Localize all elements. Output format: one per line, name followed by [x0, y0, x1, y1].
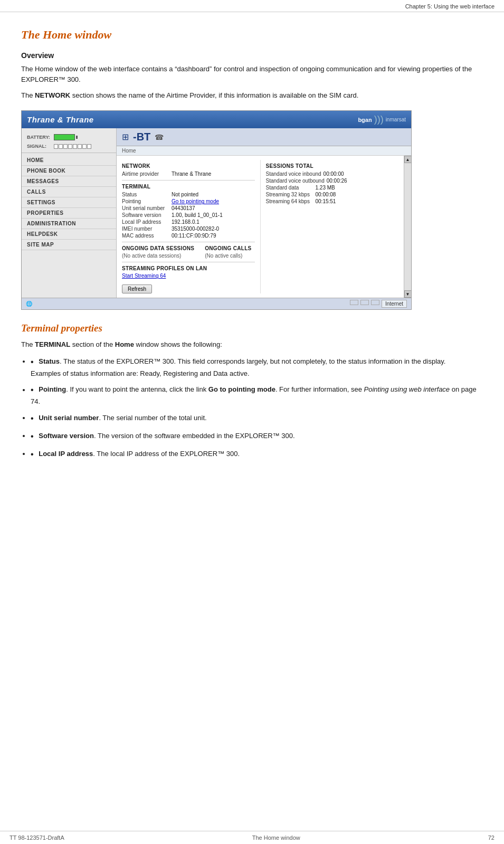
- page-header: Chapter 5: Using the web interface: [0, 0, 504, 12]
- section-main-title: The Home window: [21, 28, 483, 42]
- ss-battery-bar: [54, 134, 75, 140]
- ss-s64-label: Streaming 64 kbps: [266, 198, 313, 204]
- ss-s32-label: Streaming 32 kbps: [266, 192, 313, 197]
- overview-title: Overview: [21, 51, 483, 60]
- ss-localip-row: Local IP address 192.168.0.1: [122, 219, 255, 225]
- ss-col-right: SESSIONS TOTAL Standard voice inbound 00…: [260, 160, 399, 293]
- ss-main-header: ⊞ -BT ☎: [117, 128, 411, 146]
- ss-topbar: Thrane & Thrane bgan ))) inmarsat: [22, 111, 411, 128]
- ss-battery-label: BATTERY:: [27, 135, 51, 140]
- ss-signal-box-3: [63, 144, 68, 149]
- ss-terminal-label: TERMINAL: [122, 184, 255, 189]
- ss-signal-label: SIGNAL:: [27, 144, 51, 149]
- ss-signal-box-4: [68, 144, 72, 149]
- ss-divider-terminal: [122, 242, 255, 242]
- ss-bgan-label: bgan: [358, 117, 372, 123]
- ss-airtime-row: Airtime provider Thrane & Thrane: [122, 171, 255, 177]
- ss-progress-area: Internet: [350, 300, 407, 308]
- screenshot-container: Thrane & Thrane bgan ))) inmarsat BATTER…: [21, 110, 412, 310]
- ss-s32-value: 00:00:08: [316, 192, 336, 197]
- terminal-props-intro: The TERMINAL section of the Home window …: [21, 339, 483, 350]
- ss-pointing-row: Pointing Go to pointing mode: [122, 198, 255, 204]
- ss-svi-value: 00:00:00: [324, 171, 344, 177]
- ss-phone-icon: ☎: [155, 133, 164, 141]
- ss-pointing-label: Pointing: [122, 198, 169, 204]
- ss-nav-calls[interactable]: CALLS: [22, 187, 116, 197]
- ss-nav-properties[interactable]: PROPERTIES: [22, 208, 116, 219]
- ss-imei-row: IMEI number 35315000-000282-0: [122, 226, 255, 232]
- ss-sd-row: Standard data 1.23 MB: [266, 185, 399, 191]
- ss-scrollbar[interactable]: ▲ ▼: [404, 156, 411, 298]
- ss-nav: BATTERY: SIGNAL:: [22, 128, 117, 298]
- ss-nav-phonebook[interactable]: PHONE BOOK: [22, 166, 116, 176]
- ss-nav-admin[interactable]: ADMINISTRATION: [22, 219, 116, 229]
- ss-signal-box-2: [59, 144, 63, 149]
- ss-serial-label: Unit serial number: [122, 205, 169, 211]
- ss-refresh-button[interactable]: Refresh: [122, 285, 152, 293]
- ss-breadcrumb: Home: [117, 146, 411, 156]
- ss-signal-box-8: [87, 144, 91, 149]
- ss-signal-boxes: [54, 144, 91, 149]
- ss-ongoing-calls: ONGOING CALLS (No active calls): [205, 245, 251, 259]
- ss-sd-label: Standard data: [266, 185, 313, 191]
- ss-nav-messages[interactable]: MESSAGES: [22, 176, 116, 187]
- ss-airtime-value: Thrane & Thrane: [172, 171, 211, 177]
- terminal-props-title: Terminal properties: [21, 323, 483, 334]
- ss-network-icon: ⊞: [122, 132, 129, 142]
- ss-nav-helpdesk[interactable]: HELPDESK: [22, 229, 116, 240]
- ss-logo-right: bgan ))) inmarsat: [358, 114, 406, 125]
- ss-status-left: 🌐: [26, 301, 32, 307]
- ss-signal-box-7: [82, 144, 87, 149]
- ss-divider-ongoing: [122, 262, 255, 262]
- bullet-pointing: Pointing. If you want to point the anten…: [31, 384, 483, 407]
- bullet-swver: Software version. The version of the sof…: [31, 430, 483, 443]
- ss-status-label: Status: [122, 192, 169, 197]
- ss-network-label: NETWORK: [122, 163, 255, 169]
- ss-refresh-wrapper: Refresh: [122, 281, 255, 293]
- ss-battery-tip: [76, 136, 78, 139]
- page-footer: TT 98-123571-DraftA The Home window 72: [0, 831, 504, 844]
- footer-right: 72: [488, 834, 495, 841]
- ss-nav-sitemap[interactable]: SITE MAP: [22, 240, 116, 250]
- ss-ongoing-calls-label: ONGOING CALLS: [205, 245, 251, 251]
- bullet-localip: Local IP address. The local IP address o…: [31, 448, 483, 461]
- ss-svi-row: Standard voice inbound 00:00:00: [266, 171, 399, 177]
- ss-scroll-track: [404, 163, 411, 290]
- ss-ongoing-calls-text: (No active calls): [205, 253, 251, 259]
- ss-swver-value: 1.00, build 1_00_01-1: [172, 212, 223, 218]
- ss-brand-name: Thrane & Thrane: [27, 115, 94, 124]
- ss-signal-box-5: [73, 144, 77, 149]
- ss-mac-label: MAC address: [122, 233, 169, 239]
- ss-nav-home[interactable]: HOME: [22, 155, 116, 166]
- ss-nav-settings[interactable]: SETTINGS: [22, 197, 116, 208]
- ss-col-left: NETWORK Airtime provider Thrane & Thrane…: [122, 160, 260, 293]
- ss-content-flex: NETWORK Airtime provider Thrane & Thrane…: [117, 156, 411, 298]
- ss-mac-row: MAC address 00:11:CF:00:9D:79: [122, 233, 255, 239]
- ss-scroll-up[interactable]: ▲: [404, 156, 412, 163]
- ss-ongoing-data-text: (No active data sessions): [122, 253, 194, 259]
- ss-main-wrapper: ⊞ -BT ☎ Home NETWORK Airtime: [117, 128, 411, 298]
- ss-svo-value: 00:00:26: [327, 178, 347, 184]
- ss-stream-link[interactable]: Start Streaming 64: [122, 273, 166, 279]
- ss-ongoing-data: ONGOING DATA SESSIONS (No active data se…: [122, 245, 194, 259]
- chapter-title: Chapter 5: Using the web interface: [405, 3, 495, 10]
- ss-s64-value: 00:15:51: [316, 198, 336, 204]
- ss-bottombar: 🌐 Internet: [22, 298, 411, 309]
- ss-signal-box-1: [54, 144, 58, 149]
- ss-imei-value: 35315000-000282-0: [172, 226, 219, 232]
- ss-ongoing-data-label: ONGOING DATA SESSIONS: [122, 245, 194, 251]
- ss-serial-value: 04430137: [172, 205, 195, 211]
- ss-content-area: NETWORK Airtime provider Thrane & Thrane…: [117, 156, 404, 298]
- ss-battery-icon: [54, 134, 78, 140]
- bullet-serial: Unit serial number. The serial number of…: [31, 412, 483, 425]
- ss-mac-value: 00:11:CF:00:9D:79: [172, 233, 216, 239]
- ss-pointing-link[interactable]: Go to pointing mode: [172, 198, 219, 204]
- ss-scroll-down[interactable]: ▼: [404, 290, 412, 298]
- footer-left: TT 98-123571-DraftA: [9, 834, 64, 841]
- overview-para1: The Home window of the web interface con…: [21, 64, 483, 85]
- ss-bt-label: -BT: [133, 131, 150, 143]
- ss-imei-label: IMEI number: [122, 226, 169, 232]
- ss-signal-box-6: [78, 144, 82, 149]
- ss-ongoing-cols: ONGOING DATA SESSIONS (No active data se…: [122, 245, 255, 259]
- ss-serial-row: Unit serial number 04430137: [122, 205, 255, 211]
